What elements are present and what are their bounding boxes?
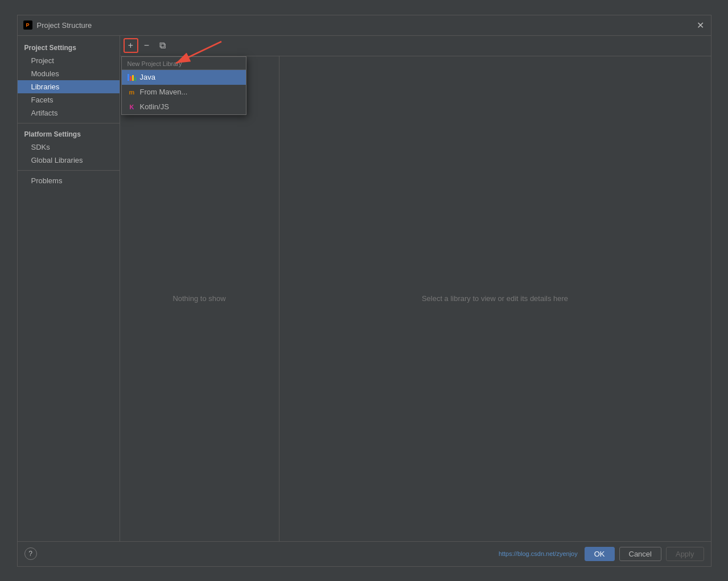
add-button[interactable]: + [124, 38, 138, 53]
content-area: Nothing to show Select a library to view… [120, 56, 711, 541]
sidebar-item-global-libraries[interactable]: Global Libraries [18, 154, 120, 167]
sidebar-item-sdks[interactable]: SDKs [18, 141, 120, 154]
sidebar-item-problems[interactable]: Problems [18, 174, 120, 187]
sidebar-item-project[interactable]: Project [18, 54, 120, 67]
sidebar-item-facets[interactable]: Facets [18, 93, 120, 106]
project-settings-label: Project Settings [18, 40, 120, 54]
remove-button[interactable]: − [139, 38, 154, 53]
kotlin-icon: K [127, 102, 137, 112]
dialog-footer: ? https://blog.csdn.net/zyenjoy OK Cance… [18, 541, 711, 566]
dropdown-item-from-maven[interactable]: m From Maven... [122, 85, 246, 100]
sidebar-divider [18, 123, 120, 123]
dropdown-item-kotlin-js[interactable]: K Kotlin/JS [122, 100, 246, 114]
dialog-title: Project Structure [37, 21, 696, 30]
toolbar: + − ⧉ [120, 36, 711, 56]
title-bar: P Project Structure ✕ [18, 15, 711, 36]
sidebar-item-artifacts[interactable]: Artifacts [18, 106, 120, 120]
copy-button[interactable]: ⧉ [155, 38, 170, 53]
maven-icon: m [127, 88, 137, 97]
dialog-body: Project Settings Project Modules Librari… [18, 36, 711, 541]
sidebar-item-modules[interactable]: Modules [18, 67, 120, 80]
java-bars-icon [127, 73, 137, 82]
project-structure-dialog: P Project Structure ✕ Project Settings P… [17, 15, 711, 567]
help-button[interactable]: ? [24, 547, 37, 560]
sidebar-item-libraries[interactable]: Libraries [18, 80, 120, 93]
cancel-button[interactable]: Cancel [619, 547, 661, 561]
platform-settings-label: Platform Settings [18, 127, 120, 141]
dropdown-header: New Project Library [122, 57, 246, 70]
app-icon: P [23, 20, 32, 30]
apply-button[interactable]: Apply [666, 547, 704, 561]
sidebar-divider-2 [18, 170, 120, 171]
ok-button[interactable]: OK [585, 547, 615, 561]
library-detail-pane: Select a library to view or edit its det… [279, 56, 711, 541]
footer-url: https://blog.csdn.net/zyenjoy [499, 550, 580, 557]
sidebar: Project Settings Project Modules Librari… [18, 36, 120, 541]
main-content: + − ⧉ [120, 36, 711, 541]
dropdown-item-java[interactable]: Java [122, 70, 246, 85]
footer-left: ? [24, 547, 494, 560]
library-hint-text: Select a library to view or edit its det… [422, 294, 568, 303]
close-button[interactable]: ✕ [696, 20, 705, 30]
nothing-to-show: Nothing to show [172, 294, 225, 303]
library-list-pane: Nothing to show [120, 56, 279, 541]
new-project-library-dropdown: New Project Library Java [121, 56, 246, 115]
